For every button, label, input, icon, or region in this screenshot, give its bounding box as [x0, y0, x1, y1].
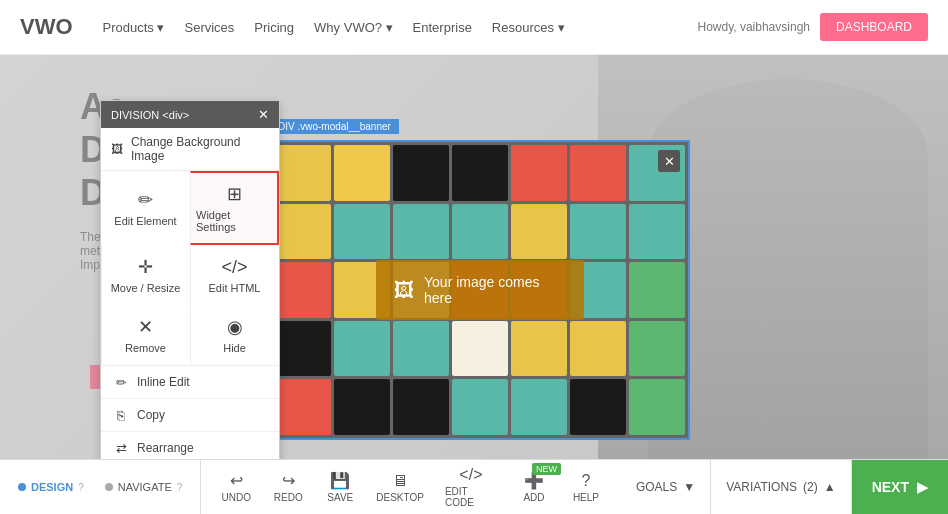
top-nav: VWO Products ▾ Services Pricing Why VWO?…: [0, 0, 948, 55]
nav-services[interactable]: Services: [184, 20, 234, 35]
change-bg-icon: 🖼: [111, 142, 123, 156]
mosaic-cell: [629, 204, 685, 260]
context-menu-title: DIVISION <div>: [111, 109, 189, 121]
new-badge: NEW: [532, 463, 561, 475]
mosaic-cell: [511, 321, 567, 377]
nav-logo: VWO: [20, 14, 73, 40]
widget-settings-icon: ⊞: [227, 183, 242, 205]
mosaic-cell: [275, 204, 331, 260]
design-dot: [18, 483, 26, 491]
edit-html-btn[interactable]: </> Edit HTML: [190, 245, 279, 305]
next-label: NEXT: [872, 479, 909, 495]
nav-resources[interactable]: Resources ▾: [492, 20, 565, 35]
desktop-label: DESKTOP: [376, 492, 424, 503]
remove-btn[interactable]: ✕ Remove: [101, 305, 190, 365]
design-tab[interactable]: DESIGN ?: [10, 477, 92, 497]
edit-html-label: Edit HTML: [209, 282, 261, 294]
desktop-btn[interactable]: 🖥 DESKTOP: [367, 468, 433, 507]
actions-grid: ✏ Edit Element ⊞ Widget Settings ✛ Move …: [101, 171, 279, 366]
widget-settings-btn[interactable]: ⊞ Widget Settings: [190, 171, 279, 245]
image-icon: 🖼: [394, 279, 414, 302]
mosaic-cell: [629, 379, 685, 435]
save-btn[interactable]: 💾 SAVE: [315, 467, 365, 507]
toolbar-left: DESIGN ? NAVIGATE ?: [0, 460, 201, 514]
move-resize-icon: ✛: [138, 256, 153, 278]
edit-html-icon: </>: [221, 257, 247, 278]
rearrange-label: Rearrange: [137, 441, 194, 455]
add-label: ADD: [523, 492, 544, 503]
undo-icon: ↩: [230, 471, 243, 490]
mosaic-cell: [393, 145, 449, 201]
nav-enterprise[interactable]: Enterprise: [413, 20, 472, 35]
mosaic-cell: [570, 204, 626, 260]
copy-btn[interactable]: ⎘ Copy: [101, 399, 279, 432]
mosaic-cell: [629, 262, 685, 318]
nav-dashboard-btn[interactable]: DASHBOARD: [820, 13, 928, 41]
edit-code-label: EDIT CODE: [445, 486, 497, 508]
edit-element-icon: ✏: [138, 189, 153, 211]
navigate-help-icon: ?: [177, 482, 183, 493]
help-btn[interactable]: ? HELP: [561, 468, 611, 507]
hide-icon: ◉: [227, 316, 243, 338]
mosaic-cell: [275, 145, 331, 201]
mosaic-cell: [452, 321, 508, 377]
context-menu-close[interactable]: ✕: [258, 107, 269, 122]
context-menu: DIVISION <div> ✕ 🖼 Change Background Ima…: [100, 100, 280, 514]
copy-label: Copy: [137, 408, 165, 422]
navigate-dot: [105, 483, 113, 491]
inline-edit-btn[interactable]: ✏ Inline Edit: [101, 366, 279, 399]
mosaic-cell: [393, 379, 449, 435]
undo-btn[interactable]: ↩ UNDO: [211, 467, 261, 507]
edit-element-label: Edit Element: [114, 215, 176, 227]
image-placeholder-text: Your image comes here: [424, 274, 566, 306]
mosaic-cell: [334, 379, 390, 435]
widget-settings-label: Widget Settings: [196, 209, 272, 233]
mosaic-cell: [570, 321, 626, 377]
edit-element-btn[interactable]: ✏ Edit Element: [101, 171, 190, 245]
mosaic-cell: [334, 204, 390, 260]
remove-label: Remove: [125, 342, 166, 354]
variations-count: (2): [803, 480, 818, 494]
rearrange-icon: ⇄: [113, 440, 129, 456]
mosaic-cell: [452, 379, 508, 435]
hide-label: Hide: [223, 342, 246, 354]
navigate-tab[interactable]: NAVIGATE ?: [97, 477, 191, 497]
breadcrumb: DIV .vwo-modal__banner: [270, 119, 399, 134]
nav-products[interactable]: Products ▾: [103, 20, 165, 35]
edit-code-btn[interactable]: </> EDIT CODE: [435, 462, 507, 512]
mosaic-cell: [511, 204, 567, 260]
save-label: SAVE: [327, 492, 353, 503]
variations-btn[interactable]: VARIATIONS (2) ▲: [711, 460, 851, 514]
mosaic-cell: [570, 379, 626, 435]
next-btn[interactable]: NEXT ▶: [852, 460, 948, 514]
help-icon: ?: [581, 472, 590, 490]
mosaic-cell: [275, 262, 331, 318]
redo-label: REDO: [274, 492, 303, 503]
nav-items: Products ▾ Services Pricing Why VWO? ▾ E…: [103, 20, 698, 35]
mosaic-cell: [570, 145, 626, 201]
inline-edit-icon: ✏: [113, 374, 129, 390]
mosaic-cell: [452, 145, 508, 201]
goals-btn[interactable]: GOALS ▼: [621, 460, 711, 514]
nav-whyvwo[interactable]: Why VWO? ▾: [314, 20, 393, 35]
modal-close-btn[interactable]: ✕: [658, 150, 680, 172]
bottom-toolbar: DESIGN ? NAVIGATE ? ↩ UNDO ↪ REDO 💾 SAVE…: [0, 459, 948, 514]
hide-btn[interactable]: ◉ Hide: [190, 305, 279, 365]
save-icon: 💾: [330, 471, 350, 490]
edit-code-icon: </>: [459, 466, 482, 484]
goals-chevron: ▼: [683, 480, 695, 494]
move-resize-label: Move / Resize: [111, 282, 181, 294]
mosaic-cell: [393, 321, 449, 377]
change-background-btn[interactable]: 🖼 Change Background Image: [101, 128, 279, 171]
mosaic-cell: [275, 321, 331, 377]
toolbar-center: ↩ UNDO ↪ REDO 💾 SAVE 🖥 DESKTOP </> EDIT …: [201, 460, 621, 514]
image-placeholder[interactable]: 🖼 Your image comes here: [376, 260, 584, 320]
mosaic-cell: [452, 204, 508, 260]
toolbar-right: GOALS ▼ VARIATIONS (2) ▲ NEXT ▶: [621, 460, 948, 514]
copy-icon: ⎘: [113, 407, 129, 423]
redo-btn[interactable]: ↪ REDO: [263, 467, 313, 507]
mosaic-cell: [629, 321, 685, 377]
mosaic-cell: [334, 145, 390, 201]
nav-pricing[interactable]: Pricing: [254, 20, 294, 35]
move-resize-btn[interactable]: ✛ Move / Resize: [101, 245, 190, 305]
